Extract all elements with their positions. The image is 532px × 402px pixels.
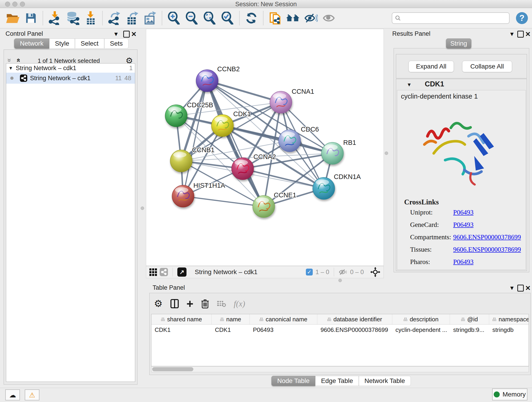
table-panel-menu-icon[interactable]: ▼ [509, 285, 515, 291]
zoom-in-icon[interactable] [165, 10, 183, 27]
delete-column-trash-icon[interactable] [201, 299, 209, 308]
fit-content-crosshair-icon[interactable] [370, 267, 380, 277]
first-neighbors-icon[interactable] [284, 10, 302, 27]
add-column-icon[interactable]: + [186, 299, 193, 308]
table-panel-close-icon[interactable]: ✕ [525, 284, 531, 292]
node-CCNB2[interactable] [196, 70, 218, 92]
node-CDC6[interactable] [279, 130, 301, 152]
left-splitter-handle[interactable] [141, 206, 144, 210]
birds-eye-view-icon[interactable] [149, 268, 157, 276]
zoom-fit-icon[interactable] [201, 10, 219, 27]
export-table-icon[interactable] [123, 10, 141, 27]
table-panel-float-icon[interactable] [517, 285, 524, 292]
tab-edge-table[interactable]: Edge Table [315, 376, 359, 386]
export-image-icon[interactable] [141, 10, 159, 27]
tab-network[interactable]: Network [14, 38, 49, 49]
expand-all-chevron-icon[interactable]: » [14, 58, 22, 62]
tab-style[interactable]: Style [49, 38, 75, 49]
column-header[interactable]: 品 @id [450, 314, 489, 324]
results-panel-menu-icon[interactable]: ▼ [509, 31, 515, 37]
selected-checkbox-icon[interactable]: ✓ [306, 269, 313, 275]
tab-sets[interactable]: Sets [104, 38, 128, 49]
help-button[interactable]: ? [516, 12, 528, 24]
import-network-database-icon[interactable] [64, 10, 82, 27]
sphere-highlight [168, 107, 181, 112]
node-CCNB1[interactable] [170, 150, 192, 172]
node-CDKN1A[interactable] [313, 177, 335, 199]
tab-string[interactable]: String [446, 38, 471, 49]
cloud-status-button[interactable]: ☁ [5, 389, 20, 400]
control-panel-float-icon[interactable] [123, 31, 130, 38]
function-builder-icon[interactable]: f(x) [234, 299, 245, 308]
bottom-status-bar: ☁ ⚠ Memory [0, 388, 532, 402]
right-splitter-handle[interactable] [385, 152, 388, 155]
crosslink-link[interactable]: P06493 [453, 258, 474, 266]
delete-table-icon[interactable] [217, 300, 226, 307]
tab-node-table[interactable]: Node Table [272, 376, 315, 386]
search-input[interactable] [403, 14, 500, 22]
zoom-selected-icon[interactable] [219, 10, 236, 27]
edge-CCNB2-HIST1H1A[interactable] [183, 81, 207, 196]
edge-HIST1H1A-CCNE1[interactable] [183, 196, 264, 206]
column-header[interactable]: 品 shared name [152, 314, 212, 324]
node-CCNE1[interactable] [253, 196, 275, 217]
column-header[interactable]: 品 database identifier [317, 314, 392, 324]
results-panel-float-icon[interactable] [517, 31, 524, 38]
scrollbar-thumb[interactable] [152, 367, 193, 371]
open-session-icon[interactable] [4, 10, 22, 27]
control-panel-close-icon[interactable]: ✕ [131, 30, 137, 38]
zoom-out-icon[interactable] [183, 10, 201, 27]
collapse-all-button[interactable]: Collapse All [462, 61, 512, 72]
node-label-HIST1H1A: HIST1H1A [193, 182, 225, 189]
column-header[interactable]: 品 canonical name [250, 314, 317, 324]
protein-collapse-icon[interactable]: ▼ [407, 82, 412, 88]
crosslink-link[interactable]: P06493 [453, 209, 474, 216]
save-session-icon[interactable] [22, 10, 40, 27]
clone-network-icon[interactable] [266, 10, 284, 27]
column-header[interactable]: 品 name [212, 314, 250, 324]
protein-structure-image [420, 104, 498, 194]
export-network-icon[interactable] [105, 10, 123, 27]
table-row[interactable]: CDK1 CDK1 P06493 9606.ENSP00000378699 cy… [152, 325, 529, 335]
crosslink-link[interactable]: 9606.ENSP00000378699 [453, 246, 521, 253]
crosslinks-title: CrossLinks [404, 198, 439, 206]
node-HIST1H1A[interactable] [172, 185, 194, 207]
sphere-highlight [273, 93, 286, 99]
warnings-button[interactable]: ⚠ [25, 389, 39, 400]
network-tree-row[interactable]: String Network – cdk1 11 48 [6, 73, 135, 84]
refresh-layout-icon[interactable] [242, 10, 260, 27]
collapse-all-chevron-icon[interactable]: » [6, 58, 13, 62]
node-CDC25B[interactable] [165, 105, 187, 127]
node-CCNA1[interactable] [270, 91, 292, 113]
column-header[interactable]: 品 namespace [489, 314, 529, 324]
show-columns-icon[interactable] [171, 299, 179, 308]
network-canvas[interactable]: CCNB2CCNA1CDC25BCDK1CDC6RB1CCNB1CCNA2CDK… [146, 29, 384, 266]
table-settings-gear-icon[interactable]: ⚙ [154, 298, 163, 309]
import-table-icon[interactable] [82, 10, 99, 27]
tab-select[interactable]: Select [75, 38, 104, 49]
crosslink-link[interactable]: P06493 [453, 221, 474, 229]
search-field[interactable] [392, 12, 510, 24]
network-tree-root-row[interactable]: ▼ String Network – cdk1 1 [6, 64, 135, 73]
table-horizontal-scrollbar[interactable] [151, 366, 529, 372]
tab-network-table[interactable]: Network Table [359, 376, 411, 386]
node-RB1[interactable] [322, 142, 343, 164]
edge-CCNB2-CCNA1[interactable] [207, 81, 281, 102]
expand-all-button[interactable]: Expand All [409, 61, 454, 72]
tree-expand-icon[interactable]: ▼ [8, 65, 13, 71]
share-view-icon[interactable] [160, 268, 168, 276]
control-panel-menu-icon[interactable]: ▼ [113, 31, 119, 37]
memory-button[interactable]: Memory [492, 389, 527, 400]
show-all-icon[interactable] [320, 10, 338, 27]
bottom-splitter-handle[interactable] [338, 279, 342, 282]
open-in-window-icon[interactable]: ↗ [177, 268, 186, 277]
crosslink-link[interactable]: 9606.ENSP00000378699 [453, 233, 521, 241]
sphere-highlight [199, 72, 212, 77]
column-header[interactable]: 品 description [392, 314, 450, 324]
hierarchy-icon: 品 [492, 317, 496, 322]
import-network-file-icon[interactable] [46, 10, 64, 27]
hide-selected-icon[interactable] [302, 10, 320, 27]
results-panel-close-icon[interactable]: ✕ [525, 30, 531, 38]
node-CDK1[interactable] [211, 115, 234, 137]
node-CCNA2[interactable] [232, 158, 254, 180]
